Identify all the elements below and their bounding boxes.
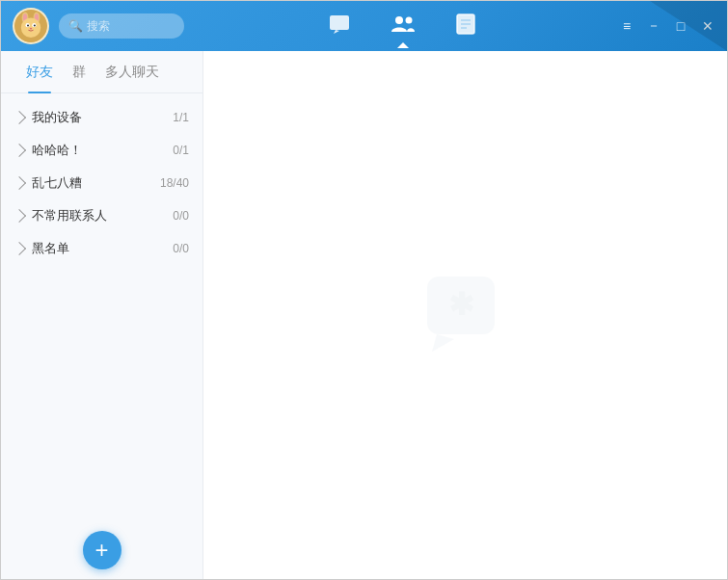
search-box[interactable]: 🔍 xyxy=(59,13,184,39)
close-button[interactable]: ✕ xyxy=(700,18,715,34)
list-item[interactable]: 黑名单 0/0 xyxy=(1,232,202,265)
main-content: 好友 群 多人聊天 我的设备 1/1 哈哈哈！ xyxy=(1,51,727,579)
tab-friends[interactable]: 好友 xyxy=(16,51,63,93)
group-count: 0/1 xyxy=(173,144,189,157)
group-count: 1/1 xyxy=(173,111,189,124)
group-name: 哈哈哈！ xyxy=(32,142,169,159)
tab-multi-chat[interactable]: 多人聊天 xyxy=(95,51,169,93)
avatar[interactable] xyxy=(13,8,49,44)
svg-text:✱: ✱ xyxy=(447,287,473,322)
svg-point-13 xyxy=(405,16,412,23)
list-item[interactable]: 我的设备 1/1 xyxy=(1,101,202,134)
svg-rect-11 xyxy=(330,15,349,30)
add-contact-button[interactable]: + xyxy=(83,531,121,569)
sidebar-footer: + xyxy=(1,521,202,579)
search-icon: 🔍 xyxy=(68,19,83,33)
list-item[interactable]: 不常用联系人 0/0 xyxy=(1,199,202,232)
titlebar: 🔍 xyxy=(1,1,727,51)
list-item[interactable]: 哈哈哈！ 0/1 xyxy=(1,134,202,167)
list-item[interactable]: 乱七八糟 18/40 xyxy=(1,167,202,199)
svg-point-8 xyxy=(27,25,29,27)
placeholder-icon: ✱ xyxy=(418,267,514,363)
group-count: 0/0 xyxy=(173,209,189,223)
expand-arrow-icon xyxy=(13,242,26,255)
group-name: 我的设备 xyxy=(32,109,169,126)
memo-icon[interactable] xyxy=(455,13,476,40)
svg-point-12 xyxy=(395,16,403,24)
svg-point-10 xyxy=(30,28,33,30)
content-area: ✱ xyxy=(203,51,727,579)
group-name: 乱七八糟 xyxy=(32,174,156,192)
search-input[interactable] xyxy=(87,19,175,33)
expand-arrow-icon xyxy=(13,111,26,124)
group-name: 黑名单 xyxy=(32,240,169,257)
group-count: 0/0 xyxy=(173,242,189,255)
expand-arrow-icon xyxy=(13,176,26,190)
main-window: 🔍 xyxy=(0,0,728,580)
tabs: 好友 群 多人聊天 xyxy=(1,51,202,93)
maximize-button[interactable]: □ xyxy=(673,18,688,34)
group-count: 18/40 xyxy=(160,176,189,190)
contacts-icon[interactable] xyxy=(390,13,417,40)
svg-point-9 xyxy=(34,25,36,27)
sidebar: 好友 群 多人聊天 我的设备 1/1 哈哈哈！ xyxy=(1,51,203,579)
expand-arrow-icon xyxy=(13,144,26,157)
window-controls: ≡ － □ ✕ xyxy=(619,17,715,35)
chat-icon[interactable] xyxy=(328,13,351,40)
contact-list: 我的设备 1/1 哈哈哈！ 0/1 乱七八糟 18/40 不常用联系人 0/0 xyxy=(1,93,202,521)
group-name: 不常用联系人 xyxy=(32,207,169,224)
menu-button[interactable]: ≡ xyxy=(619,18,634,34)
minimize-button[interactable]: － xyxy=(646,17,661,35)
tab-groups[interactable]: 群 xyxy=(63,51,95,93)
titlebar-center xyxy=(184,13,619,40)
expand-arrow-icon xyxy=(13,209,26,223)
